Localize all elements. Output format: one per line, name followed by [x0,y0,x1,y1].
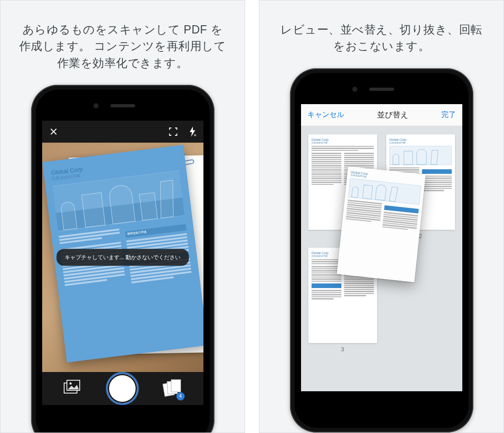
gallery-icon[interactable] [63,379,82,398]
scanned-pages-icon[interactable]: 4 [164,379,182,398]
shutter-button[interactable] [106,372,139,405]
camera-top-bar: A [42,121,203,143]
scan-screen: A Global Corp 従業員規則手帳 [42,121,203,405]
promo-panel-scan: あらゆるものをスキャンして PDF を作成します。 コンテンツを再利用して作業を… [0,0,245,433]
close-icon[interactable] [49,128,58,136]
cancel-button[interactable]: キャンセル [307,110,344,120]
phone-speaker [110,104,135,107]
done-button[interactable]: 完了 [441,110,456,120]
headline-scan: あらゆるものをスキャンして PDF を作成します。 コンテンツを再利用して作業を… [0,0,245,85]
flash-icon[interactable]: A [189,127,196,137]
camera-viewfinder: Global Corp 従業員規則手帳 [42,143,203,372]
phone-front-camera [93,103,99,108]
thumb-illustration [389,146,452,165]
svg-text:A: A [194,133,196,137]
reorder-navbar: キャンセル 並び替え 完了 [301,104,462,126]
headline-reorder: レビュー、並べ替え、切り抜き、回転をおこないます。 [259,0,504,68]
page-number: 3 [308,346,377,353]
navbar-title: 並び替え [377,110,408,120]
svg-point-3 [70,382,72,384]
phone-frame-right: キャンセル 並び替え 完了 Global Corp 従業員規則手帳 [290,68,473,433]
dragging-page-thumb[interactable]: Global Corp 従業員規則手帳 [337,166,426,282]
phone-front-camera [352,87,357,92]
auto-capture-icon[interactable] [169,127,178,136]
phone-frame-left: A Global Corp 従業員規則手帳 [31,85,214,433]
camera-bottom-bar: 4 [42,372,203,405]
capture-status-toast: キャプチャしています... 動かさないでください [56,249,189,266]
reorder-grid-area: Global Corp 従業員規則手帳 [301,126,462,392]
pages-count-badge: 4 [176,392,185,400]
phone-speaker [369,88,394,91]
reorder-screen: キャンセル 並び替え 完了 Global Corp 従業員規則手帳 [301,104,462,392]
promo-panel-reorder: レビュー、並べ替え、切り抜き、回転をおこないます。 キャンセル 並び替え 完了 … [259,0,504,433]
